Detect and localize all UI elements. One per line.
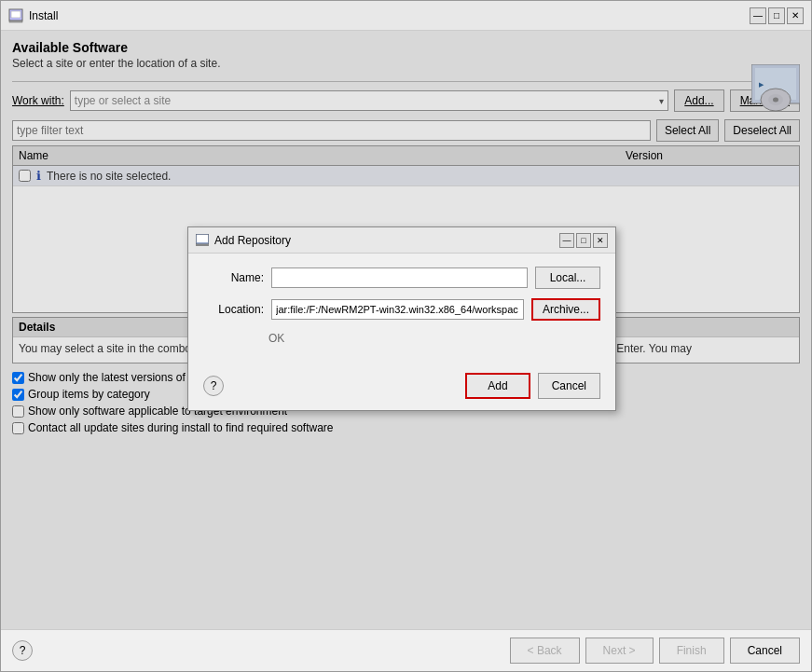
dialog-maximize-button[interactable]: □ (576, 233, 591, 248)
title-bar: Install — □ ✕ (1, 1, 811, 31)
dialog-icon (196, 234, 209, 247)
dialog-minimize-button[interactable]: — (559, 233, 574, 248)
title-bar-controls: — □ ✕ (750, 7, 804, 24)
dialog-body: Name: Local... Location: Archive... OK (188, 254, 615, 365)
title-bar-title: Install (29, 9, 58, 22)
dialog-title-text: Add Repository (214, 234, 291, 247)
next-button[interactable]: Next > (585, 638, 654, 664)
dialog-location-label: Location: (203, 303, 264, 316)
dialog-help-button[interactable]: ? (203, 376, 224, 396)
dialog-close-button[interactable]: ✕ (593, 233, 608, 248)
install-icon (8, 8, 23, 23)
dialog-location-row: Location: Archive... (203, 298, 600, 321)
cancel-button[interactable]: Cancel (730, 638, 800, 664)
dialog-cancel-button[interactable]: Cancel (538, 373, 600, 399)
finish-button[interactable]: Finish (659, 638, 724, 664)
svg-rect-11 (196, 244, 209, 246)
dialog-name-label: Name: (203, 271, 264, 284)
dialog-title-controls: — □ ✕ (559, 233, 608, 248)
main-window: Install — □ ✕ ▶ Available Software Selec… (0, 0, 812, 672)
title-bar-left: Install (8, 8, 58, 23)
add-repository-dialog: Add Repository — □ ✕ Name: Local... Loca… (187, 226, 616, 411)
svg-rect-2 (9, 21, 22, 22)
dialog-name-input[interactable] (271, 267, 528, 288)
svg-rect-1 (11, 11, 21, 18)
dialog-footer: ? Add Cancel (188, 365, 615, 410)
dialog-title-left: Add Repository (196, 234, 291, 247)
dialog-title-bar: Add Repository — □ ✕ (188, 227, 615, 254)
archive-button[interactable]: Archive... (531, 298, 600, 321)
dialog-ok-text: OK (203, 330, 600, 352)
dialog-name-row: Name: Local... (203, 267, 600, 289)
minimize-button[interactable]: — (750, 7, 766, 24)
help-button[interactable]: ? (12, 640, 33, 661)
back-button[interactable]: < Back (510, 638, 580, 664)
close-button[interactable]: ✕ (787, 7, 804, 24)
local-button[interactable]: Local... (535, 267, 600, 289)
bottom-right: < Back Next > Finish Cancel (510, 638, 800, 664)
dialog-add-button[interactable]: Add (465, 373, 530, 399)
bottom-bar: ? < Back Next > Finish Cancel (1, 629, 811, 671)
svg-rect-10 (197, 235, 208, 242)
dialog-location-input[interactable] (271, 299, 524, 320)
bottom-left: ? (12, 640, 33, 661)
maximize-button[interactable]: □ (768, 7, 785, 24)
